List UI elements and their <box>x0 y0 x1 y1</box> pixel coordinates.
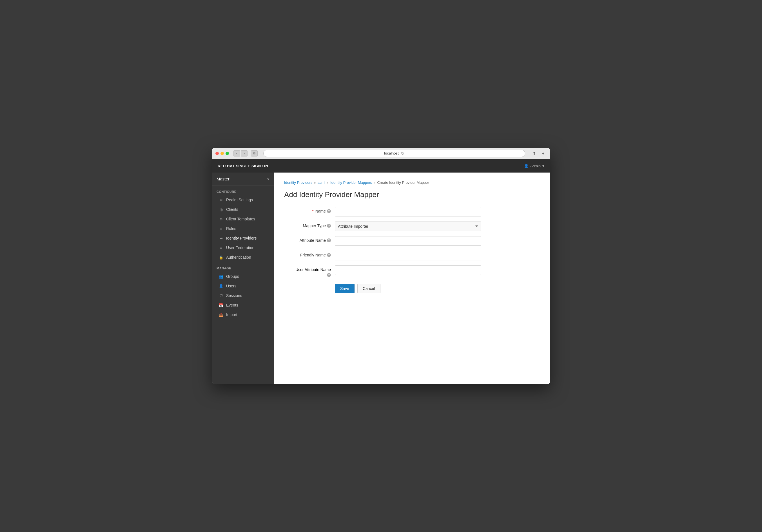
name-input[interactable] <box>335 207 481 217</box>
traffic-lights <box>215 152 229 155</box>
address-bar[interactable]: localhost ↻ <box>263 150 525 157</box>
user-attribute-name-label-wrapper: User Attribute Name ? <box>284 265 335 277</box>
close-traffic-light[interactable] <box>215 152 219 155</box>
sidebar-item-events[interactable]: 📅 Events <box>212 300 274 310</box>
name-label-text: * <box>312 209 313 213</box>
forward-button[interactable]: › <box>241 150 248 157</box>
groups-icon: 👥 <box>219 274 223 279</box>
sidebar-item-label: Events <box>226 303 238 307</box>
sidebar-item-realm-settings[interactable]: ⚙ Realm Settings <box>212 195 274 205</box>
sidebar-item-users[interactable]: 👤 Users <box>212 281 274 291</box>
breadcrumb-identity-provider-mappers[interactable]: Identity Provider Mappers <box>330 180 372 185</box>
user-attribute-name-label-value: User Attribute Name <box>295 267 331 272</box>
new-tab-button[interactable]: + <box>540 150 547 157</box>
friendly-name-input[interactable] <box>335 251 481 260</box>
reload-button[interactable]: ↻ <box>401 151 404 156</box>
back-button[interactable]: ‹ <box>233 150 240 157</box>
name-help-icon[interactable]: ? <box>327 209 331 213</box>
events-icon: 📅 <box>219 303 223 307</box>
user-menu[interactable]: 👤 Admin ▾ <box>524 164 544 168</box>
mapper-type-select[interactable]: Attribute Importer Hardcoded Role OIDC U… <box>335 222 481 231</box>
brand-logo: RED HAT SINGLE SIGN-ON <box>218 164 268 168</box>
minimize-traffic-light[interactable] <box>220 152 224 155</box>
name-label: * Name ? <box>284 207 335 213</box>
sidebar-item-clients[interactable]: ◎ Clients <box>212 205 274 214</box>
mapper-type-label-value: Mapper Type <box>303 224 326 228</box>
sidebar-item-groups[interactable]: 👥 Groups <box>212 272 274 281</box>
mapper-type-help-icon[interactable]: ? <box>327 224 331 228</box>
attribute-name-label: Attribute Name ? <box>284 236 335 243</box>
breadcrumb-current: Create Identity Provider Mapper <box>377 180 429 185</box>
user-chevron-icon: ▾ <box>542 164 544 168</box>
sidebar-item-authentication[interactable]: 🔒 Authentication <box>212 252 274 262</box>
content-area: Identity Providers » saml » Identity Pro… <box>274 172 550 384</box>
user-attribute-name-field <box>335 265 481 275</box>
mapper-type-label: Mapper Type ? <box>284 222 335 228</box>
save-button[interactable]: Save <box>335 284 354 293</box>
breadcrumb-separator-1: » <box>314 181 316 184</box>
user-attribute-name-help-icon[interactable]: ? <box>327 273 331 277</box>
attribute-name-input[interactable] <box>335 236 481 246</box>
sidebar-item-label: Clients <box>226 207 238 212</box>
realm-name: Master <box>216 176 230 181</box>
breadcrumb-identity-providers[interactable]: Identity Providers <box>284 180 312 185</box>
friendly-name-label-value: Friendly Name <box>300 253 326 257</box>
user-attribute-name-input[interactable] <box>335 265 481 275</box>
sidebar-item-sessions[interactable]: ⏱ Sessions <box>212 291 274 300</box>
sidebar-item-label: Authentication <box>226 255 251 259</box>
maximize-traffic-light[interactable] <box>226 152 229 155</box>
form-actions: Save Cancel <box>284 284 481 293</box>
friendly-name-field <box>335 251 481 260</box>
tab-button[interactable]: ⊡ <box>251 150 258 157</box>
browser-titlebar: ‹ › ⊡ localhost ↻ ⬆ + <box>212 148 550 159</box>
name-label-value: Name <box>315 209 326 213</box>
url-text: localhost <box>384 151 399 155</box>
breadcrumb-separator-2: » <box>327 181 329 184</box>
friendly-name-field-group: Friendly Name ? <box>284 251 481 260</box>
friendly-name-help-icon[interactable]: ? <box>327 253 331 257</box>
mapper-type-field: Attribute Importer Hardcoded Role OIDC U… <box>335 222 481 231</box>
attribute-name-help-icon[interactable]: ? <box>327 238 331 242</box>
sidebar-item-user-federation[interactable]: ≡ User Federation <box>212 243 274 252</box>
sidebar-item-client-templates[interactable]: ⚙ Client Templates <box>212 214 274 224</box>
sidebar-item-label: Users <box>226 284 237 288</box>
sidebar-item-label: Roles <box>226 226 236 231</box>
friendly-name-label: Friendly Name ? <box>284 251 335 257</box>
user-attribute-name-field-group: User Attribute Name ? <box>284 265 481 277</box>
authentication-icon: 🔒 <box>219 255 223 259</box>
share-button[interactable]: ⬆ <box>531 150 538 157</box>
user-icon: 👤 <box>524 164 529 168</box>
app-header: RED HAT SINGLE SIGN-ON 👤 Admin ▾ <box>212 159 550 172</box>
name-field-group: * Name ? <box>284 207 481 217</box>
configure-section-label: Configure <box>212 185 274 195</box>
main-layout: Master ∨ Configure ⚙ Realm Settings ◎ Cl… <box>212 172 550 384</box>
sidebar-item-label: Import <box>226 312 237 317</box>
sessions-icon: ⏱ <box>219 294 223 298</box>
client-templates-icon: ⚙ <box>219 217 223 221</box>
sidebar-item-label: Identity Providers <box>226 236 257 240</box>
browser-actions: ⬆ + <box>531 150 547 157</box>
name-field <box>335 207 481 217</box>
sidebar-item-label: Client Templates <box>226 217 255 221</box>
realm-settings-icon: ⚙ <box>219 198 223 202</box>
nav-buttons: ‹ › <box>233 150 248 157</box>
sidebar-item-label: Groups <box>226 274 239 279</box>
sidebar-item-identity-providers[interactable]: ⇌ Identity Providers <box>212 233 274 243</box>
mapper-type-field-group: Mapper Type ? Attribute Importer Hardcod… <box>284 222 481 231</box>
cancel-button[interactable]: Cancel <box>357 284 380 293</box>
breadcrumb-separator-3: » <box>374 181 375 184</box>
realm-selector[interactable]: Master ∨ <box>212 172 274 185</box>
sidebar-item-roles[interactable]: ≡ Roles <box>212 224 274 233</box>
page-title: Add Identity Provider Mapper <box>284 190 540 199</box>
breadcrumb: Identity Providers » saml » Identity Pro… <box>284 180 540 185</box>
sidebar-item-label: Sessions <box>226 293 242 298</box>
sidebar: Master ∨ Configure ⚙ Realm Settings ◎ Cl… <box>212 172 274 384</box>
sidebar-item-label: Realm Settings <box>226 198 253 202</box>
sidebar-item-label: User Federation <box>226 245 254 250</box>
browser-window: ‹ › ⊡ localhost ↻ ⬆ + RED HAT SINGLE SIG… <box>212 148 550 384</box>
import-icon: 📥 <box>219 313 223 317</box>
sidebar-item-import[interactable]: 📥 Import <box>212 310 274 319</box>
user-federation-icon: ≡ <box>219 246 223 250</box>
app-container: RED HAT SINGLE SIGN-ON 👤 Admin ▾ Master … <box>212 159 550 384</box>
breadcrumb-saml[interactable]: saml <box>318 180 325 185</box>
